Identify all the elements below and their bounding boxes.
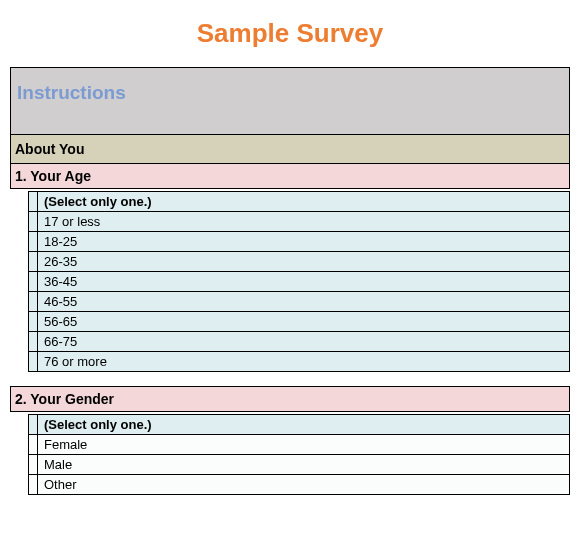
age-option[interactable]: 36-45 [38, 272, 570, 291]
age-option[interactable]: 18-25 [38, 232, 570, 251]
option-marker [28, 192, 38, 211]
question-1-options: (Select only one.) 17 or less 18-25 26-3… [28, 191, 570, 372]
survey-title: Sample Survey [10, 18, 570, 49]
option-marker[interactable] [28, 252, 38, 271]
instructions-heading: Instructions [11, 68, 570, 135]
age-option[interactable]: 17 or less [38, 212, 570, 231]
question-2-hint: (Select only one.) [38, 415, 570, 434]
survey-header-table: Instructions About You 1. Your Age [10, 67, 570, 189]
gender-option[interactable]: Female [38, 435, 570, 454]
age-option[interactable]: 66-75 [38, 332, 570, 351]
option-marker[interactable] [28, 332, 38, 351]
age-option[interactable]: 46-55 [38, 292, 570, 311]
option-marker [28, 415, 38, 434]
age-option[interactable]: 76 or more [38, 352, 570, 371]
option-marker[interactable] [28, 455, 38, 474]
question-2-label: 2. Your Gender [11, 387, 570, 412]
question-1-hint: (Select only one.) [38, 192, 570, 211]
question-2-header: 2. Your Gender [10, 386, 570, 412]
age-option[interactable]: 26-35 [38, 252, 570, 271]
question-2-options: (Select only one.) Female Male Other [28, 414, 570, 495]
option-marker[interactable] [28, 435, 38, 454]
question-1-label: 1. Your Age [11, 164, 570, 189]
option-marker[interactable] [28, 352, 38, 371]
about-you-heading: About You [11, 135, 570, 164]
age-option[interactable]: 56-65 [38, 312, 570, 331]
option-marker[interactable] [28, 312, 38, 331]
gender-option[interactable]: Male [38, 455, 570, 474]
gender-option[interactable]: Other [38, 475, 570, 494]
survey-title-text: Sample Survey [197, 18, 383, 48]
option-marker[interactable] [28, 212, 38, 231]
option-marker[interactable] [28, 232, 38, 251]
option-marker[interactable] [28, 292, 38, 311]
option-marker[interactable] [28, 475, 38, 494]
option-marker[interactable] [28, 272, 38, 291]
